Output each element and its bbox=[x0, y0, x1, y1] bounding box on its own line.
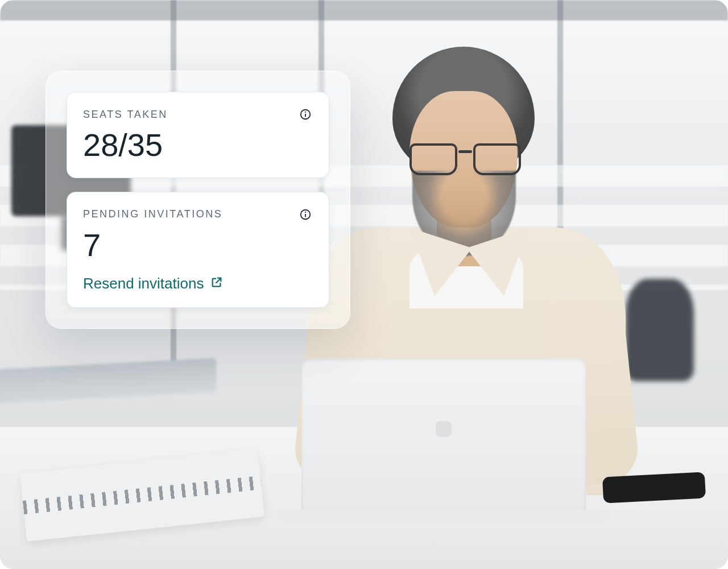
pending-invitations-card: PENDING INVITATIONS 7 Resend invitations bbox=[67, 192, 329, 308]
info-icon[interactable] bbox=[298, 107, 313, 122]
svg-point-5 bbox=[305, 211, 306, 212]
info-icon[interactable] bbox=[298, 207, 313, 222]
pending-invitations-value: 7 bbox=[83, 228, 313, 263]
external-link-icon bbox=[210, 275, 223, 292]
seats-taken-label: SEATS TAKEN bbox=[83, 109, 168, 121]
resend-invitations-link[interactable]: Resend invitations bbox=[83, 275, 223, 292]
laptop bbox=[279, 358, 609, 512]
seats-taken-value: 28/35 bbox=[83, 127, 313, 163]
svg-point-2 bbox=[305, 112, 306, 113]
stats-overlay-panel: SEATS TAKEN 28/35 PENDING INVITATIONS 7 bbox=[46, 71, 350, 329]
smartphone bbox=[602, 472, 706, 503]
background-frame bbox=[0, 0, 728, 20]
pending-invitations-label: PENDING INVITATIONS bbox=[83, 208, 222, 220]
resend-invitations-label: Resend invitations bbox=[83, 275, 204, 292]
seats-taken-card: SEATS TAKEN 28/35 bbox=[67, 92, 329, 178]
marketing-scene: SEATS TAKEN 28/35 PENDING INVITATIONS 7 bbox=[0, 0, 728, 569]
